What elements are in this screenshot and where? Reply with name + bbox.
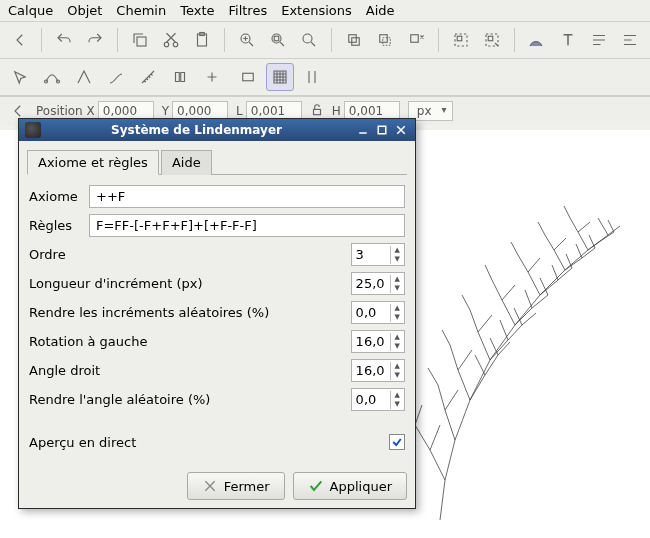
position-x-label: Position X	[36, 104, 95, 118]
svg-point-2	[173, 42, 178, 47]
menu-extensions[interactable]: Extensions	[281, 3, 352, 18]
clone-icon[interactable]	[371, 26, 398, 54]
ungroup-icon[interactable]	[478, 26, 505, 54]
app-icon	[25, 122, 41, 138]
paste-icon[interactable]	[189, 26, 216, 54]
spin-up-icon[interactable]: ▲	[391, 391, 404, 400]
maximize-icon[interactable]	[374, 122, 390, 138]
svg-rect-22	[378, 126, 386, 134]
width-label: L	[236, 104, 243, 118]
tab-axiome-regles[interactable]: Axiome et règles	[27, 150, 159, 175]
spin-down-icon[interactable]: ▼	[391, 371, 404, 380]
separator	[514, 28, 515, 52]
spin-down-icon[interactable]: ▼	[391, 284, 404, 293]
spin-up-icon[interactable]: ▲	[391, 246, 404, 255]
rand-angle-label: Rendre l'angle aléatoire (%)	[29, 392, 210, 407]
rand-inc-input[interactable]	[352, 302, 390, 323]
rot-gauche-input[interactable]	[352, 331, 390, 352]
spin-up-icon[interactable]: ▲	[391, 362, 404, 371]
titlebar[interactable]: Système de Lindenmayer	[19, 119, 415, 141]
pen-icon[interactable]	[102, 63, 130, 91]
separator	[224, 28, 225, 52]
fill-stroke-icon[interactable]	[523, 26, 550, 54]
svg-point-1	[164, 42, 169, 47]
duplicate-icon[interactable]	[340, 26, 367, 54]
measure-icon[interactable]	[134, 63, 162, 91]
close-button[interactable]: Fermer	[187, 472, 285, 500]
tabs: Axiome et règles Aide	[27, 149, 407, 175]
redo-icon[interactable]	[82, 26, 109, 54]
undo-icon[interactable]	[50, 26, 77, 54]
align-icon[interactable]	[617, 26, 644, 54]
preview-label: Aperçu en direct	[29, 435, 136, 450]
unlink-clone-icon[interactable]	[403, 26, 430, 54]
menu-objet[interactable]: Objet	[67, 3, 102, 18]
rot-gauche-spinner[interactable]: ▲▼	[351, 330, 405, 353]
spin-up-icon[interactable]: ▲	[391, 275, 404, 284]
angle-droit-input[interactable]	[352, 360, 390, 381]
move-icon[interactable]	[6, 63, 34, 91]
zoom-in-icon[interactable]	[233, 26, 260, 54]
rot-gauche-label: Rotation à gauche	[29, 334, 147, 349]
angle-droit-spinner[interactable]: ▲▼	[351, 359, 405, 382]
break-icon[interactable]	[166, 63, 194, 91]
dialog-body: Axiome et règles Aide Axiome Règles Ordr…	[19, 141, 415, 464]
menu-aide[interactable]: Aide	[366, 3, 395, 18]
zoom-page-icon[interactable]	[296, 26, 323, 54]
rand-inc-spinner[interactable]: ▲▼	[351, 301, 405, 324]
regles-input[interactable]	[89, 214, 405, 237]
guides-icon[interactable]	[298, 63, 326, 91]
svg-rect-0	[137, 37, 146, 46]
regles-label: Règles	[29, 218, 83, 233]
longueur-spinner[interactable]: ▲▼	[351, 272, 405, 295]
rand-inc-label: Rendre les incréments aléatoires (%)	[29, 305, 269, 320]
tweak-icon[interactable]	[70, 63, 98, 91]
zoom-fit-icon[interactable]	[264, 26, 291, 54]
separator	[438, 28, 439, 52]
ordre-spinner[interactable]: ▲▼	[351, 243, 405, 266]
spin-down-icon[interactable]: ▼	[391, 255, 404, 264]
longueur-label: Longueur d'incrément (px)	[29, 276, 203, 291]
spin-up-icon[interactable]: ▲	[391, 333, 404, 342]
grid-icon[interactable]	[266, 63, 294, 91]
separator	[41, 28, 42, 52]
menu-texte[interactable]: Texte	[180, 3, 214, 18]
xml-icon[interactable]	[585, 26, 612, 54]
apply-button-label: Appliquer	[330, 479, 392, 494]
lock-icon[interactable]	[310, 103, 324, 120]
text-icon[interactable]	[554, 26, 581, 54]
svg-point-6	[272, 34, 281, 43]
minimize-icon[interactable]	[355, 122, 371, 138]
angle-droit-label: Angle droit	[29, 363, 100, 378]
join-icon[interactable]	[198, 63, 226, 91]
svg-rect-17	[488, 36, 493, 41]
rect-icon[interactable]	[234, 63, 262, 91]
copy-icon[interactable]	[126, 26, 153, 54]
spin-down-icon[interactable]: ▼	[391, 342, 404, 351]
menu-filtres[interactable]: Filtres	[229, 3, 268, 18]
group-icon[interactable]	[447, 26, 474, 54]
spin-up-icon[interactable]: ▲	[391, 304, 404, 313]
rand-angle-input[interactable]	[352, 389, 390, 410]
menu-chemin[interactable]: Chemin	[116, 3, 166, 18]
ordre-input[interactable]	[352, 244, 390, 265]
form: Axiome Règles Ordre ▲▼ Longueur d'incrém…	[27, 179, 407, 423]
ordre-label: Ordre	[29, 247, 66, 262]
spin-down-icon[interactable]: ▼	[391, 313, 404, 322]
spin-down-icon[interactable]: ▼	[391, 400, 404, 409]
node-icon[interactable]	[38, 63, 66, 91]
apply-button[interactable]: Appliquer	[293, 472, 407, 500]
height-label: H	[332, 104, 341, 118]
svg-rect-7	[274, 36, 279, 41]
rand-angle-spinner[interactable]: ▲▼	[351, 388, 405, 411]
menu-calque[interactable]: Calque	[8, 3, 53, 18]
close-icon[interactable]	[393, 122, 409, 138]
preview-checkbox[interactable]	[389, 434, 405, 450]
tab-aide[interactable]: Aide	[161, 150, 212, 175]
svg-rect-9	[348, 35, 356, 43]
axiome-input[interactable]	[89, 185, 405, 208]
chevron-left-icon[interactable]	[6, 26, 33, 54]
longueur-input[interactable]	[352, 273, 390, 294]
cut-icon[interactable]	[157, 26, 184, 54]
svg-rect-21	[313, 109, 320, 114]
